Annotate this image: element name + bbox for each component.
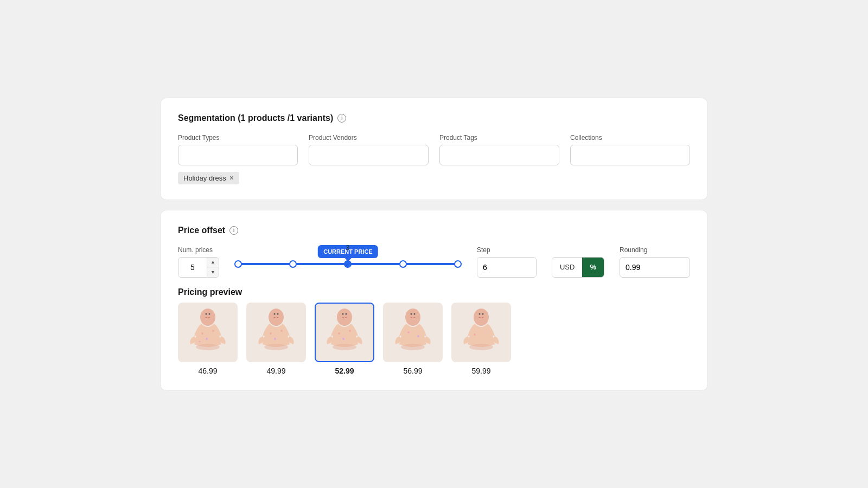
num-prices-stepper: ▲ ▼: [178, 257, 219, 278]
svg-point-22: [346, 313, 347, 315]
preview-img-3[interactable]: [315, 303, 374, 362]
svg-point-39: [474, 333, 476, 336]
segmentation-title: Segmentation (1 products /1 variants) i: [178, 113, 690, 123]
svg-point-14: [277, 313, 279, 315]
preview-price-1: 46.99: [198, 367, 217, 375]
svg-point-33: [417, 335, 419, 337]
price-offset-title-text: Price offset: [178, 226, 225, 235]
price-offset-card: Price offset i Num. prices ▲ ▼: [160, 210, 708, 391]
svg-point-6: [212, 330, 214, 332]
pricing-preview-section: Pricing preview: [178, 287, 690, 375]
collections-group: Collections: [570, 134, 690, 165]
preview-price-5: 59.99: [471, 367, 490, 375]
preview-img-1[interactable]: [178, 303, 238, 362]
svg-point-1: [196, 344, 220, 350]
rounding-label: Rounding: [620, 246, 690, 254]
tag-label: Holiday dress: [183, 174, 226, 182]
svg-point-36: [476, 310, 487, 320]
num-prices-label: Num. prices: [178, 246, 219, 254]
segmentation-title-text: Segmentation (1 products /1 variants): [178, 113, 333, 123]
price-offset-title: Price offset i: [178, 226, 690, 235]
slider-dot-3[interactable]: CURRENT PRICE: [344, 260, 352, 268]
svg-point-24: [349, 330, 351, 332]
svg-point-2: [202, 310, 213, 320]
svg-point-26: [347, 341, 348, 343]
product-types-group: Product Types: [178, 134, 298, 165]
product-types-input[interactable]: [178, 145, 298, 165]
svg-point-7: [206, 338, 208, 340]
segmentation-card: Segmentation (1 products /1 variants) i …: [160, 98, 708, 200]
slider-dot-1[interactable]: [234, 260, 242, 268]
slider-dots: CURRENT PRICE: [234, 260, 462, 268]
tag-close-button[interactable]: ×: [229, 174, 234, 182]
price-offset-info-icon[interactable]: i: [229, 226, 238, 235]
collections-input[interactable]: [570, 145, 690, 165]
pricing-preview-title: Pricing preview: [178, 287, 690, 297]
rounding-group: Rounding: [620, 246, 690, 278]
preview-price-3: 52.99: [335, 367, 354, 375]
num-prices-stepper-buttons: ▲ ▼: [207, 258, 219, 277]
slider-dot-5[interactable]: [454, 260, 462, 268]
svg-point-23: [338, 332, 340, 335]
pct-button[interactable]: %: [582, 258, 604, 277]
svg-point-13: [274, 313, 276, 315]
svg-point-4: [209, 313, 210, 315]
segmentation-info-icon[interactable]: i: [337, 114, 346, 123]
preview-cards: 46.99: [178, 303, 690, 375]
preview-card-1: 46.99: [178, 303, 238, 375]
num-prices-down-button[interactable]: ▼: [207, 267, 219, 277]
slider-track: CURRENT PRICE: [234, 263, 462, 265]
num-prices-value[interactable]: [178, 258, 207, 277]
product-tags-input[interactable]: [439, 145, 559, 165]
preview-price-4: 56.99: [403, 367, 422, 375]
slider-dot-2[interactable]: [289, 260, 297, 268]
preview-card-5: 59.99: [451, 303, 511, 375]
usd-button[interactable]: USD: [552, 258, 582, 277]
num-prices-up-button[interactable]: ▲: [207, 258, 219, 268]
preview-card-2: 49.99: [246, 303, 306, 375]
svg-point-12: [271, 310, 282, 320]
step-value-input[interactable]: [477, 258, 537, 277]
svg-point-17: [274, 338, 276, 340]
step-input-wrap: ▲ ▼: [477, 257, 537, 278]
price-offset-content: Num. prices ▲ ▼: [178, 246, 690, 375]
preview-img-5[interactable]: [451, 303, 511, 362]
svg-point-38: [482, 313, 484, 315]
product-vendors-input[interactable]: [309, 145, 429, 165]
main-container: Segmentation (1 products /1 variants) i …: [160, 98, 708, 391]
holiday-dress-tag: Holiday dress ×: [178, 172, 239, 184]
slider-track-wrap: CURRENT PRICE: [234, 254, 462, 274]
svg-point-37: [479, 313, 481, 315]
svg-point-32: [407, 331, 410, 333]
price-controls-row: Num. prices ▲ ▼: [178, 246, 690, 278]
svg-point-8: [210, 341, 212, 343]
svg-point-9: [199, 341, 201, 343]
svg-point-30: [411, 313, 412, 315]
svg-point-11: [264, 344, 288, 350]
svg-point-16: [280, 330, 283, 332]
currency-toggle-group: . USD %: [552, 246, 604, 278]
preview-img-4[interactable]: [383, 303, 443, 362]
preview-price-2: 49.99: [266, 367, 285, 375]
usd-pct-toggle: USD %: [552, 257, 604, 278]
svg-point-15: [270, 332, 272, 335]
step-group: Step ▲ ▼: [477, 246, 537, 278]
svg-point-28: [401, 344, 425, 350]
tags-row: Holiday dress ×: [178, 172, 690, 184]
segmentation-fields-row: Product Types Product Vendors Product Ta…: [178, 134, 690, 165]
svg-point-35: [469, 344, 493, 350]
rounding-input[interactable]: [620, 257, 690, 278]
product-vendors-label: Product Vendors: [309, 134, 429, 142]
num-prices-group: Num. prices ▲ ▼: [178, 246, 219, 278]
slider-dot-4[interactable]: [399, 260, 407, 268]
slider-group: CURRENT PRICE 3: [234, 254, 462, 278]
collections-label: Collections: [570, 134, 690, 142]
svg-point-40: [484, 331, 487, 333]
svg-point-29: [407, 310, 418, 320]
preview-img-2[interactable]: [246, 303, 306, 362]
svg-point-20: [339, 310, 350, 320]
svg-point-21: [342, 313, 344, 315]
svg-point-5: [201, 332, 203, 335]
svg-point-19: [333, 344, 356, 350]
step-label: Step: [477, 246, 537, 254]
